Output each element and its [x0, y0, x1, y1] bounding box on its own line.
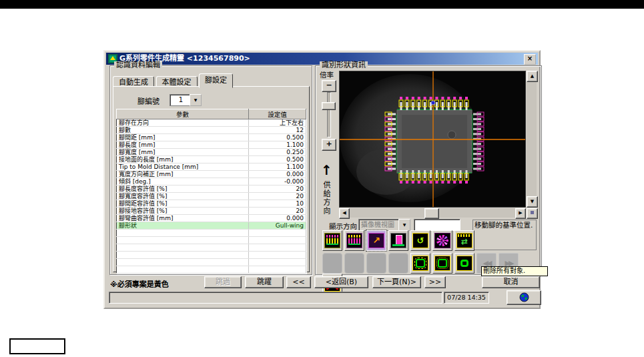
pin-number-row: 腳編號 1 ▼	[113, 93, 309, 105]
language-button[interactable]	[507, 290, 541, 305]
globe-icon	[519, 292, 529, 302]
rotate-pin-button[interactable]	[410, 230, 430, 251]
draw-pins-yellow-button[interactable]	[322, 230, 342, 251]
empty-frame	[9, 338, 65, 354]
horizontal-scrollbar[interactable]: ◀ ▶	[339, 208, 526, 218]
table-row[interactable]: 腳存在方向上下左右	[117, 119, 306, 127]
supply-direction-arrow-icon: ↑	[321, 163, 332, 177]
chip-body-button[interactable]	[454, 253, 474, 274]
table-row[interactable]: 腳彎曲容許值 [mm]0.000	[117, 215, 306, 222]
square-icon	[531, 211, 534, 214]
chip-sop-button[interactable]	[432, 253, 452, 274]
hscroll-thumb[interactable]	[424, 208, 439, 219]
top-black-bar	[0, 0, 644, 9]
recognition-data-group: 認識資料編輯 自動生成 本體設定 腳設定 腳編號 1 ▼	[109, 65, 312, 275]
parameter-table-body: 腳存在方向上下左右腳數12腳間距 [mm]0.500腳長度 [mm]1.100腳…	[117, 119, 306, 274]
rotate-arrow-icon	[412, 233, 428, 248]
scroll-down-icon[interactable]: ▼	[527, 196, 538, 208]
pin-number-select[interactable]: 1 ▼	[170, 94, 202, 106]
vertical-scrollbar[interactable]: ▲ ▼	[527, 71, 537, 208]
delete-pin-button[interactable]	[432, 230, 452, 251]
chevron-down-icon[interactable]: ▼	[190, 94, 202, 106]
table-row[interactable]: 腳接地容許值 [%]20	[117, 208, 306, 215]
display-direction-select: 攝像機視圖 ▼	[358, 219, 410, 231]
camera-viewport[interactable]	[339, 71, 526, 208]
pin-number-label: 腳編號	[137, 95, 159, 106]
table-row[interactable]: 接地面的長度 [mm]0.500	[117, 156, 306, 163]
chip-body-icon	[456, 256, 472, 271]
table-row[interactable]: 腳數12	[117, 127, 306, 134]
toolbar-row-1	[322, 230, 476, 251]
empty-slot-4-button	[388, 253, 408, 274]
table-row-empty	[117, 244, 306, 252]
table-row[interactable]: 腳寬度容許值 [%]20	[117, 193, 306, 200]
table-row[interactable]: 腳形狀Gull-wing	[117, 222, 306, 230]
table-row[interactable]: 寬度方向補正 [mm]0.000	[117, 171, 306, 178]
chevron-down-icon: ▼	[398, 219, 410, 231]
chip-qfp-button[interactable]	[410, 253, 430, 274]
zoom-slider-track[interactable]	[327, 92, 331, 137]
table-row-empty	[117, 259, 306, 266]
table-row-empty	[117, 266, 306, 274]
empty-slot-2-button	[344, 253, 364, 274]
table-row-empty	[117, 237, 306, 244]
pin-base-position-button[interactable]	[388, 230, 408, 251]
cancel-button[interactable]: 取消	[482, 276, 540, 288]
table-row[interactable]: Tip to Mold Distance [mm]1.100	[117, 163, 306, 171]
draw-pins-magenta-button[interactable]	[344, 230, 364, 251]
tooltip: 刪除所有對象.	[481, 266, 548, 276]
empty-slot-1-button	[322, 253, 342, 274]
move-arrow-icon	[368, 233, 384, 248]
table-row[interactable]: 腳長度容許值 [%]20	[117, 186, 306, 193]
viewport-option-button[interactable]	[527, 208, 538, 219]
next-page-button[interactable]: 下一頁(N)>	[372, 276, 421, 288]
wizard-dialog: G系列零件生成精靈 <1234567890> × 認識資料編輯 自動生成 本體設…	[103, 50, 541, 309]
hint-box: 移動腳的基準位置.	[472, 220, 537, 250]
tab-pin-setting[interactable]: 腳設定	[199, 73, 233, 88]
burst-icon	[434, 233, 450, 248]
scroll-left-icon[interactable]: ◀	[339, 208, 350, 219]
skip-button: 跳過	[204, 276, 242, 288]
table-row[interactable]: 腳間距 [mm]0.500	[117, 134, 306, 141]
move-pin-button[interactable]	[366, 230, 386, 251]
zoom-slider-thumb[interactable]	[322, 102, 336, 110]
chip-arrows-icon	[456, 233, 472, 248]
pins-magenta-icon	[346, 233, 362, 248]
pins-yellow-icon	[324, 233, 340, 248]
last-page-button[interactable]: >>	[424, 276, 446, 288]
page: G系列零件生成精靈 <1234567890> × 認識資料編輯 自動生成 本體設…	[0, 0, 644, 357]
table-row[interactable]: 傾斜 [deg.]-0.000	[117, 178, 306, 186]
required-note: ※必須專案是黃色	[110, 278, 169, 289]
jump-button[interactable]: 跳躍	[245, 276, 284, 288]
table-row[interactable]: 腳間距容許值 [%]10	[117, 200, 306, 208]
close-icon[interactable]: ×	[524, 54, 536, 65]
auto-detect-pins-button[interactable]	[454, 230, 474, 251]
recognition-data-group-title: 認識資料編輯	[114, 61, 162, 69]
pin-base-arrow-icon	[390, 233, 406, 248]
table-row[interactable]: 腳長度 [mm]1.100	[117, 141, 306, 149]
zoom-in-button[interactable]: +	[322, 139, 336, 151]
chip-image	[340, 71, 525, 207]
back-button[interactable]: <返回(B)	[314, 276, 368, 288]
direction-value-field[interactable]	[414, 219, 460, 231]
zoom-label: 倍率	[320, 69, 334, 79]
status-datetime: 07/28 14:35	[444, 292, 489, 304]
zoom-out-button[interactable]: −	[322, 80, 336, 92]
origin-marker	[431, 101, 435, 105]
supply-direction-label: 供給方向	[320, 181, 331, 216]
chip-qfp-icon	[412, 256, 428, 271]
status-message-field	[109, 292, 442, 304]
first-page-button[interactable]: <<	[286, 276, 311, 288]
scroll-right-icon[interactable]: ▶	[515, 208, 526, 219]
chip-sop-icon	[434, 256, 450, 271]
parameter-table: 參數 設定值 腳存在方向上下左右腳數12腳間距 [mm]0.500腳長度 [mm…	[116, 109, 306, 274]
pin-setting-panel: 腳編號 1 ▼ 參數 設定值 腳存在方向上下左右腳數12腳間距 [mm]0.	[113, 86, 310, 272]
display-direction-label: 顯示方向	[329, 221, 357, 231]
scroll-up-icon[interactable]: ▲	[527, 71, 538, 82]
column-header-parameter: 參數	[117, 109, 249, 119]
table-row-empty	[117, 252, 306, 259]
column-header-value: 設定值	[249, 109, 306, 119]
shape-info-group-title: 識別形狀資訊	[320, 61, 368, 69]
table-row[interactable]: 腳寬度 [mm]0.250	[117, 149, 306, 156]
shape-info-group: 識別形狀資訊 倍率 − +	[315, 65, 542, 275]
